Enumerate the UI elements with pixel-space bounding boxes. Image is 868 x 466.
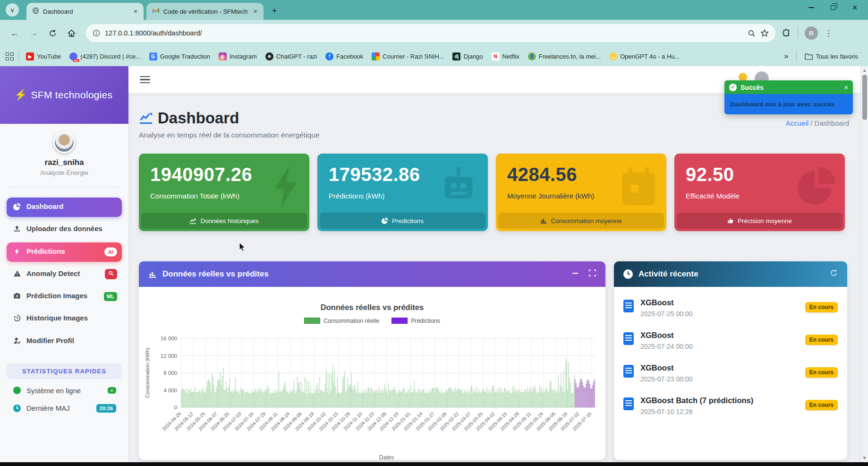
browser-tab[interactable]: Code de vérification - SFMtech× <box>146 3 264 20</box>
menu-label: Dashboard <box>26 202 63 210</box>
reload-button[interactable] <box>44 25 60 41</box>
tab-close-icon[interactable]: × <box>132 8 139 15</box>
status-badge: ▪ <box>108 387 116 394</box>
tab-close-icon[interactable]: × <box>252 8 259 15</box>
activity-timestamp: 2025-07-10 12:28 <box>640 408 805 415</box>
new-tab-button[interactable]: + <box>268 5 281 17</box>
activity-item[interactable]: XGBoost Batch (7 prédictions)2025-07-10 … <box>622 389 839 422</box>
sidebar-item-uploader-des-donn-es[interactable]: Uploader des données <box>7 220 122 239</box>
stat-footer-label: Précision moyenne <box>738 217 792 224</box>
opengpt-icon: ◡ <box>609 52 617 60</box>
legend-item[interactable]: Prédictions <box>391 318 440 324</box>
scroll-down-icon[interactable]: ▼ <box>862 454 867 462</box>
legend-item[interactable]: Consommation réelle <box>304 318 379 324</box>
url-bar[interactable]: 127.0.0.1:8000/auth/dashboard/ <box>86 24 775 42</box>
bookmark-item[interactable]: 1k+(4287) Discord | #ce... <box>69 52 141 60</box>
lightning-icon <box>12 248 22 258</box>
home-button[interactable] <box>63 25 79 41</box>
scrollbar-thumb[interactable] <box>862 75 867 120</box>
browser-tab[interactable]: Dashboard× <box>26 3 144 20</box>
all-bookmarks-button[interactable]: Tous les favoris <box>805 53 858 60</box>
extensions-icon[interactable] <box>782 29 791 38</box>
chart-line-icon <box>139 112 153 124</box>
refresh-icon[interactable] <box>830 269 838 279</box>
site-info-icon[interactable] <box>93 29 100 37</box>
breadcrumb-home-link[interactable]: Accueil <box>786 119 808 127</box>
activity-panel-title: Activité récente <box>638 269 698 279</box>
bookmark-item[interactable]: ▶YouTube <box>26 52 61 60</box>
quick-stats-section-title: STATISTIQUES RAPIDES <box>7 363 122 379</box>
toast-header: ✓ Succès × <box>724 80 853 94</box>
bookmark-label: Google Traduction <box>160 53 210 60</box>
apps-grid-icon[interactable] <box>6 52 14 60</box>
bookmark-star-icon[interactable] <box>760 29 769 37</box>
bookmark-item[interactable]: NNetflix <box>492 52 519 60</box>
stat-card: 4284.56Moyenne Journalière (kWh)Consomma… <box>496 154 666 231</box>
screen-bottom-edge <box>0 462 868 466</box>
activity-item[interactable]: XGBoost2025-07-23 00:00En cours <box>622 357 839 389</box>
page-subtitle: Analyse en temps réel de la consommation… <box>139 131 868 139</box>
menu-dots-icon[interactable]: ⋮ <box>825 28 833 38</box>
bookmark-item[interactable]: ✳ChatGPT - razi <box>265 52 317 60</box>
restore-button[interactable] <box>828 3 838 12</box>
stat-card: 92.50Efficacité ModèlePrécision moyenne <box>674 154 845 231</box>
clock-icon <box>13 405 21 412</box>
gmail-icon <box>152 8 160 15</box>
back-button[interactable]: ← <box>7 25 23 41</box>
upload-icon <box>12 225 22 235</box>
bookmark-item[interactable]: Courrier - Razi SNIH... <box>372 52 444 60</box>
scroll-up-icon[interactable]: ▲ <box>862 66 867 75</box>
bookmark-item[interactable]: ◡OpenGPT 4o - a Hu... <box>609 52 680 60</box>
sidebar-item-pr-diction-images[interactable]: Prédiction ImagesML <box>7 287 122 306</box>
forward-button[interactable]: → <box>26 25 42 41</box>
menu-label: Modifier Profil <box>26 337 74 345</box>
facebook-icon: f <box>325 52 333 60</box>
sidebar-item-dashboard[interactable]: Dashboard <box>7 198 122 217</box>
bookmark-item[interactable]: djDjango <box>452 52 483 60</box>
stat-card-footer[interactable]: Consommation moyenne <box>498 213 664 229</box>
menu-badge: ML <box>104 292 117 302</box>
bookmark-label: (4287) Discord | #ce... <box>80 53 141 60</box>
bookmarks-overflow-chevron[interactable]: » <box>784 52 789 60</box>
bookmark-item[interactable]: GGoogle Traduction <box>149 52 210 60</box>
profile-block: razi_sniha Analyste Énergie <box>0 124 128 181</box>
youtube-icon: ▶ <box>26 52 34 60</box>
stat-card-footer[interactable]: Predictions <box>320 213 485 229</box>
sidebar-item-pr-dictions[interactable]: PrédictionsAI <box>7 242 122 262</box>
bookmark-item[interactable]: ◎Instagram <box>219 52 257 60</box>
stat-card-footer[interactable]: Précision moyenne <box>677 213 842 229</box>
zoom-icon[interactable] <box>748 29 756 37</box>
page-title: Dashboard <box>158 109 239 127</box>
activity-item[interactable]: XGBoost2025-07-24 00:00En cours <box>622 324 839 357</box>
quick-stat-green-dot: Système en ligne▪ <box>0 382 128 399</box>
page-scrollbar[interactable]: ▲ ▼ <box>860 66 868 462</box>
minimize-button[interactable] <box>807 3 816 12</box>
bookmark-item[interactable]: fFacebook <box>325 52 363 60</box>
stat-footer-label: Predictions <box>392 217 424 224</box>
url-text: 127.0.0.1:8000/auth/dashboard/ <box>105 29 743 37</box>
activity-item[interactable]: XGBoost2025-07-25 00:00En cours <box>622 292 839 324</box>
tab-title: Code de vérification - SFMtech <box>163 8 248 15</box>
user-edit-icon <box>12 337 22 347</box>
profile-avatar[interactable]: R <box>805 26 818 40</box>
close-button[interactable]: × <box>850 3 859 12</box>
warning-icon <box>12 270 22 280</box>
sidebar-item-modifier-profil[interactable]: Modifier Profil <box>7 332 122 351</box>
menu-label: Anomaly Detect <box>26 269 80 277</box>
fullscreen-panel-icon[interactable] <box>589 269 596 279</box>
sidebar-item-anomaly-detect[interactable]: Anomaly Detect <box>7 265 122 284</box>
bookmark-item[interactable]: 👤Freelances.tn, la mei... <box>528 52 601 60</box>
toast-close-icon[interactable]: × <box>844 83 848 91</box>
anomaly-search-badge <box>105 269 117 279</box>
bookmark-label: Courrier - Razi SNIH... <box>383 53 444 60</box>
sidebar-toggle-button[interactable] <box>140 74 150 86</box>
sidebar-item-historique-images[interactable]: Historique Images <box>7 309 122 328</box>
status-badge: 20:26 <box>96 404 116 413</box>
tab-search-button[interactable]: ∨ <box>6 3 19 17</box>
status-badge: En cours <box>805 335 838 345</box>
collapse-panel-icon[interactable] <box>572 269 579 279</box>
all-bookmarks-label: Tous les favoris <box>816 53 858 60</box>
status-badge: En cours <box>805 302 838 312</box>
stat-card-footer[interactable]: Données historiques <box>141 213 307 229</box>
menu-label: Uploader des données <box>26 224 102 233</box>
